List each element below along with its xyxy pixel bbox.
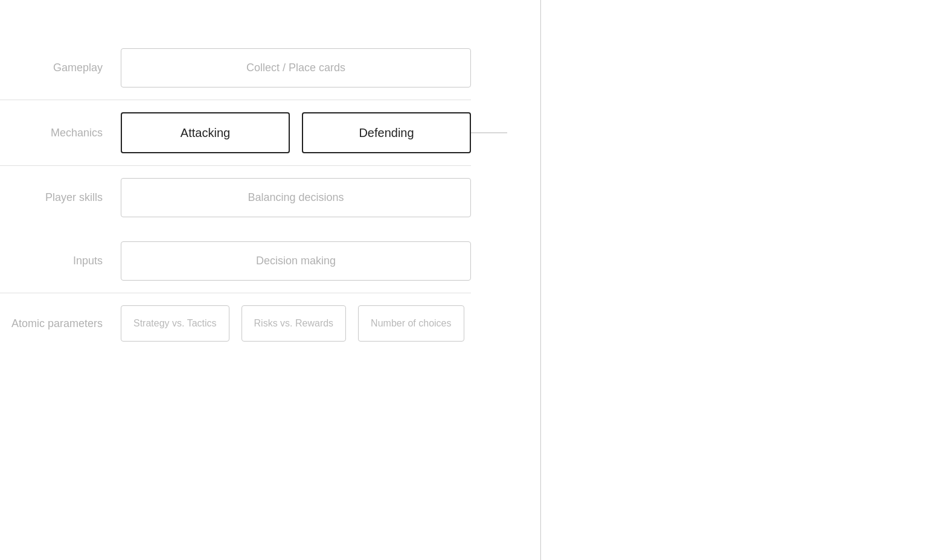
inputs-card[interactable]: Decision making [121, 241, 471, 281]
inputs-label: Inputs [0, 255, 121, 267]
gameplay-row: Gameplay Collect / Place cards [0, 36, 471, 100]
gameplay-card[interactable]: Collect / Place cards [121, 48, 471, 88]
player-skills-card[interactable]: Balancing decisions [121, 178, 471, 217]
strategy-tactics-card[interactable]: Strategy vs. Tactics [121, 305, 229, 342]
vertical-divider [540, 0, 541, 560]
player-skills-label: Player skills [0, 191, 121, 204]
inputs-row: Inputs Decision making [0, 229, 471, 293]
atomic-parameters-label: Atomic parameters [0, 317, 121, 330]
player-skills-row: Player skills Balancing decisions [0, 166, 471, 229]
main-container: Gameplay Collect / Place cards Mechanics… [0, 0, 925, 560]
player-skills-content: Balancing decisions [121, 178, 471, 217]
attacking-card[interactable]: Attacking [121, 112, 290, 153]
mechanics-row: Mechanics Attacking Defending [0, 100, 471, 165]
mechanics-connector-line [471, 133, 507, 133]
atomic-parameters-content: Strategy vs. Tactics Risks vs. Rewards N… [121, 305, 471, 342]
atomic-parameters-row: Atomic parameters Strategy vs. Tactics R… [0, 293, 471, 354]
gameplay-content: Collect / Place cards [121, 48, 471, 88]
mechanics-content: Attacking Defending [121, 112, 471, 153]
risks-rewards-card[interactable]: Risks vs. Rewards [242, 305, 347, 342]
defending-card[interactable]: Defending [302, 112, 471, 153]
inputs-content: Decision making [121, 241, 471, 281]
number-choices-card[interactable]: Number of choices [358, 305, 464, 342]
gameplay-label: Gameplay [0, 62, 121, 74]
mechanics-label: Mechanics [0, 127, 121, 139]
left-panel: Gameplay Collect / Place cards Mechanics… [0, 0, 471, 560]
